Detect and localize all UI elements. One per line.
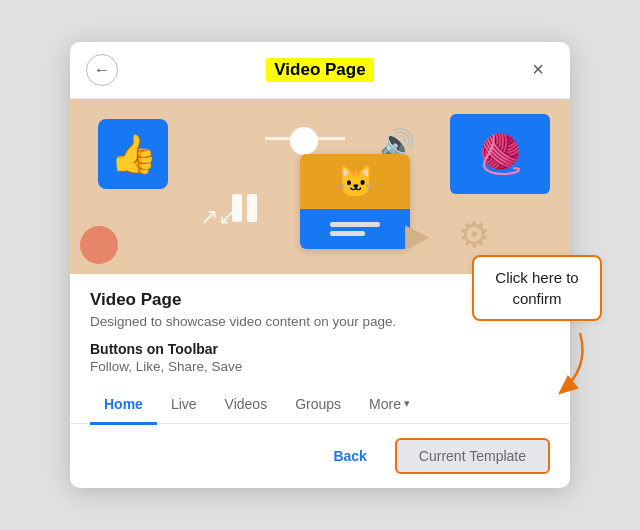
toolbar-label: Buttons on Toolbar bbox=[90, 341, 550, 357]
modal-header: ← Video Page × bbox=[70, 42, 570, 99]
thumbs-up-icon: 👍 bbox=[98, 119, 168, 189]
pause-icon bbox=[232, 194, 257, 222]
tab-more[interactable]: More ▾ bbox=[355, 388, 424, 425]
close-button[interactable]: × bbox=[522, 54, 554, 86]
cat-image: 🐱 bbox=[300, 154, 410, 209]
tab-live[interactable]: Live bbox=[157, 388, 211, 425]
modal: ← Video Page × 👍 ↗↙ 🔊 🐱 bbox=[70, 42, 570, 489]
gear-icon: ⚙ bbox=[458, 214, 490, 256]
card-bottom bbox=[300, 209, 410, 249]
back-link-button[interactable]: Back bbox=[317, 440, 382, 472]
play-icon: ▶ bbox=[405, 216, 430, 254]
expand-arrows-icon: ↗↙ bbox=[200, 204, 236, 230]
modal-body: Video Page Designed to showcase video co… bbox=[70, 274, 570, 425]
chevron-down-icon: ▾ bbox=[404, 397, 410, 410]
nav-tabs: Home Live Videos Groups More ▾ bbox=[70, 388, 570, 425]
tab-videos[interactable]: Videos bbox=[211, 388, 282, 425]
tab-home[interactable]: Home bbox=[90, 388, 157, 425]
tab-groups[interactable]: Groups bbox=[281, 388, 355, 425]
modal-wrapper: ← Video Page × 👍 ↗↙ 🔊 🐱 bbox=[0, 0, 640, 530]
toolbar-items: Follow, Like, Share, Save bbox=[90, 359, 550, 374]
video-card: 🐱 bbox=[300, 154, 410, 249]
modal-footer: Back Current Template bbox=[70, 424, 570, 488]
decorative-blob bbox=[80, 226, 118, 264]
yarn-image: 🧶 bbox=[450, 114, 550, 194]
current-template-button[interactable]: Current Template bbox=[395, 438, 550, 474]
progress-circle bbox=[290, 127, 318, 155]
page-title: Video Page bbox=[90, 290, 550, 310]
page-description: Designed to showcase video content on yo… bbox=[90, 314, 550, 329]
progress-line bbox=[265, 137, 345, 140]
back-button[interactable]: ← bbox=[86, 54, 118, 86]
hero-image: 👍 ↗↙ 🔊 🐱 bbox=[70, 99, 570, 274]
modal-title: Video Page bbox=[266, 58, 373, 82]
